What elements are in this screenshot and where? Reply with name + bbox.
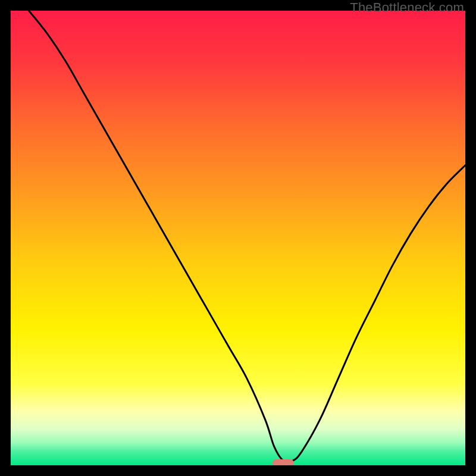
watermark-label: TheBottleneck.com [350, 0, 464, 15]
plot-area [11, 11, 465, 465]
bottleneck-curve [29, 11, 465, 462]
chart-frame: TheBottleneck.com [0, 0, 476, 476]
curve-layer [11, 11, 465, 465]
minimum-marker [273, 459, 294, 465]
